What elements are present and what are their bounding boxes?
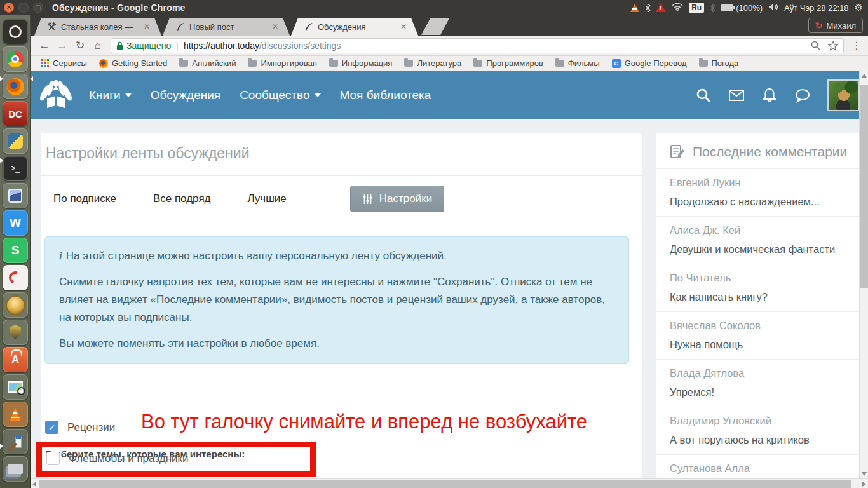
volume-icon[interactable] (768, 3, 778, 13)
window-close-button[interactable]: ✕ (4, 3, 14, 13)
dock-item-shield-game[interactable] (3, 320, 28, 345)
bookmark-folder-imported[interactable]: Импортирован (248, 58, 316, 68)
comment-link[interactable]: Упремся! (670, 386, 857, 398)
profile-button[interactable]: ↻ Михаил (808, 18, 863, 33)
security-chip[interactable]: Защищено (116, 41, 171, 51)
vertical-scroll-thumb[interactable] (860, 85, 868, 288)
dock-item-python[interactable] (3, 128, 28, 154)
comment-link[interactable]: Нужна помощь (670, 339, 857, 351)
nav-my-library[interactable]: Моя библиотека (340, 88, 431, 102)
system-tray: Ru (100%) Аўт Чэр 28 22:18 ⚙ (630, 2, 868, 13)
window-minimize-button[interactable]: – (18, 3, 29, 13)
launcher-dock: DC >_ W S A (0, 15, 31, 488)
dock-item-paint[interactable] (3, 429, 28, 454)
dock-item-ubuntu-dash[interactable] (3, 19, 28, 44)
dock-item-vlc[interactable] (3, 402, 28, 427)
bluetooth-disabled-icon[interactable] (710, 3, 715, 12)
forward-button[interactable]: → (53, 39, 71, 52)
user-avatar[interactable] (827, 79, 859, 111)
warning-tray-icon[interactable] (656, 3, 666, 12)
bookmark-folder-information[interactable]: Информация (329, 58, 393, 68)
tab-close-icon[interactable]: ✕ (136, 22, 150, 31)
bookmark-folder-movies[interactable]: Фильмы (555, 58, 600, 68)
site-logo[interactable] (39, 78, 72, 112)
folder-icon (404, 60, 413, 67)
nav-discussions[interactable]: Обсуждения (151, 88, 220, 102)
dock-item-window-stack[interactable] (3, 456, 28, 482)
mail-icon[interactable] (728, 87, 745, 104)
bluetooth-icon[interactable] (645, 3, 650, 12)
dock-item-double-commander[interactable]: DC (3, 101, 28, 126)
comment-link[interactable]: Девушки и космическая фантасти (670, 243, 857, 255)
dock-item-wps-writer[interactable]: W (3, 210, 28, 236)
search-icon[interactable] (695, 87, 712, 104)
checkbox-reviews[interactable] (45, 421, 58, 434)
vlc-tray-icon[interactable] (630, 4, 639, 12)
dock-item-chrome[interactable] (3, 46, 28, 72)
dock-item-wps-presentation[interactable] (3, 265, 28, 290)
bookmark-folder-english[interactable]: Английский (179, 58, 236, 68)
keyboard-layout-indicator[interactable]: Ru (689, 3, 704, 13)
wifi-icon[interactable] (672, 3, 683, 13)
tab-close-icon[interactable]: ✕ (264, 22, 278, 31)
tab-close-icon[interactable]: ✕ (393, 22, 407, 31)
scroll-left-arrow[interactable] (32, 482, 36, 487)
comment-item: Алиса Дж. Кей Девушки и космическая фант… (656, 217, 863, 264)
browser-tab-3-active[interactable]: Обсуждения ✕ (291, 18, 418, 36)
battery-indicator[interactable]: (100%) (721, 3, 763, 13)
comment-link[interactable]: Как написать книгу? (670, 291, 857, 303)
tab-best[interactable]: Лучшие (240, 193, 294, 205)
notifications-bell-icon[interactable] (761, 87, 778, 104)
chrome-menu-icon[interactable]: ⋮ (851, 39, 862, 51)
shield-icon (10, 325, 21, 340)
horizontal-scrollbar[interactable] (31, 478, 868, 488)
zoom-icon[interactable] (811, 41, 820, 50)
session-gear-icon[interactable]: ⚙ (855, 2, 863, 13)
checkbox-flashmobs[interactable] (46, 452, 60, 465)
dock-item-software-center[interactable]: A (3, 347, 28, 372)
bookmark-star-icon[interactable] (828, 41, 838, 51)
dock-item-virtualbox[interactable] (3, 183, 28, 208)
tab-all[interactable]: Все подряд (146, 193, 219, 205)
new-tab-button[interactable] (421, 18, 449, 35)
dock-item-globe-game[interactable] (3, 292, 28, 318)
dock-item-wps-spreadsheets[interactable]: S (3, 238, 28, 263)
bookmark-services[interactable]: Сервисы (41, 58, 87, 68)
profile-name: Михаил (826, 21, 856, 30)
bookmark-getting-started[interactable]: Getting Started (99, 58, 167, 68)
dock-item-terminal[interactable]: >_ (3, 156, 28, 181)
firefox-favicon (99, 59, 108, 68)
tab-settings-active[interactable]: Настройки (350, 186, 444, 212)
bookmark-folder-literature[interactable]: Литература (404, 58, 461, 68)
back-button[interactable]: ← (36, 39, 53, 52)
vertical-scrollbar[interactable] (859, 71, 868, 478)
separator: | (176, 41, 179, 51)
reload-button[interactable]: ↻ (71, 39, 89, 52)
paint-icon (8, 434, 23, 449)
browser-tab-2[interactable]: Новый пост ✕ (163, 18, 290, 36)
tab-by-subscription[interactable]: По подписке (46, 193, 124, 205)
url-path: /discussions/settings (259, 41, 341, 51)
dock-item-firefox[interactable] (3, 74, 28, 99)
comment-link[interactable]: А вот поругаюсь на критиков (670, 434, 857, 446)
comment-link[interactable]: Продолжаю с наслаждением... (670, 196, 857, 208)
scroll-up-arrow[interactable] (862, 74, 867, 78)
bookmark-folder-weather[interactable]: Погода (699, 58, 739, 68)
dock-item-image-viewer[interactable] (3, 374, 28, 400)
bookmark-google-translate[interactable]: GGoogle Перевод (612, 58, 687, 68)
nav-community[interactable]: Сообщество (240, 88, 320, 102)
horizontal-scroll-thumb[interactable] (39, 480, 851, 488)
scroll-right-arrow[interactable] (862, 482, 866, 487)
comment-item: Владимир Угловский А вот поругаюсь на кр… (656, 407, 863, 455)
bookmark-folder-programming[interactable]: Программиров (473, 58, 543, 68)
scroll-down-arrow[interactable] (862, 472, 867, 476)
virtualbox-icon (8, 189, 22, 203)
address-bar[interactable]: Защищено | https://author.today /discuss… (111, 38, 844, 53)
home-button[interactable]: ⌂ (89, 39, 107, 52)
clock[interactable]: Аўт Чэр 28 22:18 (784, 3, 848, 13)
window-maximize-button[interactable]: ▢ (33, 3, 43, 13)
browser-tab-1[interactable]: Стальная колея — ✕ (34, 18, 161, 36)
lock-icon (116, 41, 123, 50)
chat-icon[interactable] (794, 87, 811, 104)
nav-books[interactable]: Книги (89, 88, 132, 102)
